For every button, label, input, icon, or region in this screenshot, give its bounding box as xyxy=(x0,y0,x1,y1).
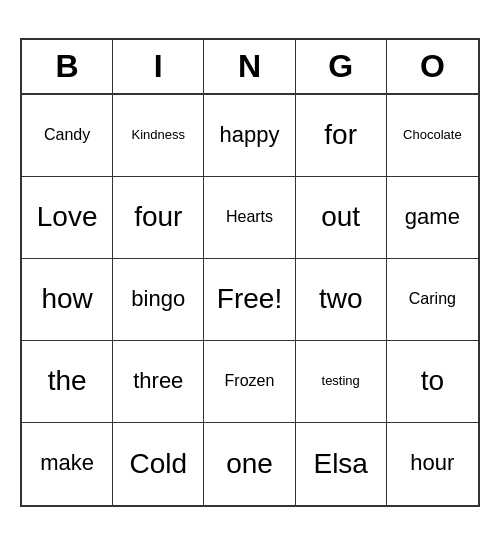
bingo-cell-5: Love xyxy=(22,177,113,259)
bingo-cell-text-1: Kindness xyxy=(132,127,185,143)
bingo-cell-text-19: to xyxy=(421,364,444,398)
bingo-card: BINGO CandyKindnesshappyforChocolateLove… xyxy=(20,38,480,507)
bingo-cell-text-10: how xyxy=(41,282,92,316)
bingo-cell-23: Elsa xyxy=(296,423,387,505)
bingo-cell-text-5: Love xyxy=(37,200,98,234)
bingo-cell-17: Frozen xyxy=(204,341,295,423)
bingo-cell-13: two xyxy=(296,259,387,341)
bingo-header: BINGO xyxy=(22,40,478,95)
header-letter-B: B xyxy=(22,40,113,93)
bingo-cell-text-22: one xyxy=(226,447,273,481)
bingo-cell-text-15: the xyxy=(48,364,87,398)
bingo-grid: CandyKindnesshappyforChocolateLovefourHe… xyxy=(22,95,478,505)
bingo-cell-text-2: happy xyxy=(220,122,280,148)
bingo-cell-text-23: Elsa xyxy=(313,447,367,481)
bingo-cell-text-18: testing xyxy=(322,373,360,389)
bingo-cell-19: to xyxy=(387,341,478,423)
bingo-cell-16: three xyxy=(113,341,204,423)
bingo-cell-7: Hearts xyxy=(204,177,295,259)
bingo-cell-8: out xyxy=(296,177,387,259)
bingo-cell-18: testing xyxy=(296,341,387,423)
bingo-cell-3: for xyxy=(296,95,387,177)
bingo-cell-2: happy xyxy=(204,95,295,177)
header-letter-I: I xyxy=(113,40,204,93)
bingo-cell-20: make xyxy=(22,423,113,505)
header-letter-O: O xyxy=(387,40,478,93)
bingo-cell-text-9: game xyxy=(405,204,460,230)
bingo-cell-6: four xyxy=(113,177,204,259)
bingo-cell-text-20: make xyxy=(40,450,94,476)
bingo-cell-text-6: four xyxy=(134,200,182,234)
bingo-cell-10: how xyxy=(22,259,113,341)
bingo-cell-22: one xyxy=(204,423,295,505)
bingo-cell-11: bingo xyxy=(113,259,204,341)
bingo-cell-text-0: Candy xyxy=(44,125,90,144)
bingo-cell-21: Cold xyxy=(113,423,204,505)
bingo-cell-text-12: Free! xyxy=(217,282,282,316)
bingo-cell-text-3: for xyxy=(324,118,357,152)
header-letter-G: G xyxy=(296,40,387,93)
bingo-cell-text-8: out xyxy=(321,200,360,234)
bingo-cell-text-21: Cold xyxy=(129,447,187,481)
bingo-cell-9: game xyxy=(387,177,478,259)
bingo-cell-text-7: Hearts xyxy=(226,207,273,226)
bingo-cell-15: the xyxy=(22,341,113,423)
bingo-cell-text-14: Caring xyxy=(409,289,456,308)
bingo-cell-12: Free! xyxy=(204,259,295,341)
bingo-cell-text-17: Frozen xyxy=(225,371,275,390)
bingo-cell-24: hour xyxy=(387,423,478,505)
bingo-cell-text-24: hour xyxy=(410,450,454,476)
header-letter-N: N xyxy=(204,40,295,93)
bingo-cell-text-16: three xyxy=(133,368,183,394)
bingo-cell-text-11: bingo xyxy=(131,286,185,312)
bingo-cell-0: Candy xyxy=(22,95,113,177)
bingo-cell-text-13: two xyxy=(319,282,363,316)
bingo-cell-4: Chocolate xyxy=(387,95,478,177)
bingo-cell-1: Kindness xyxy=(113,95,204,177)
bingo-cell-14: Caring xyxy=(387,259,478,341)
bingo-cell-text-4: Chocolate xyxy=(403,127,462,143)
